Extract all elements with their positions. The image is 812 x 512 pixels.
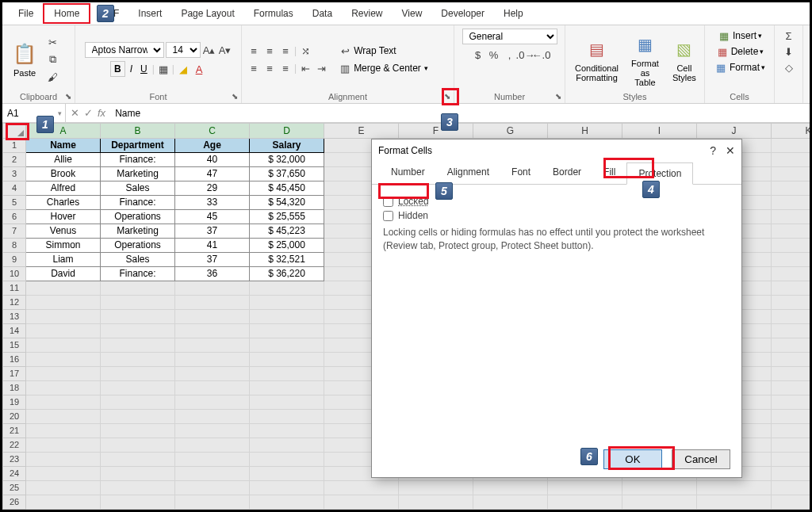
- cell[interactable]: 37: [175, 224, 250, 239]
- cell[interactable]: [772, 367, 810, 381]
- cell[interactable]: $ 32,000: [250, 153, 324, 167]
- number-launcher-icon[interactable]: ⬊: [553, 92, 563, 101]
- cell[interactable]: [175, 338, 250, 353]
- row-header[interactable]: 2: [2, 153, 26, 167]
- row-header[interactable]: 16: [2, 353, 26, 367]
- cell[interactable]: [101, 495, 175, 510]
- cell[interactable]: Marketing: [101, 224, 175, 239]
- decrease-indent-icon[interactable]: ⇤: [298, 61, 312, 75]
- cell[interactable]: [250, 338, 324, 353]
- cell[interactable]: [399, 495, 473, 510]
- cell[interactable]: [250, 495, 324, 510]
- column-header-C[interactable]: C: [175, 123, 250, 139]
- autosum-icon[interactable]: Σ: [782, 29, 796, 43]
- row-header[interactable]: 25: [2, 481, 26, 495]
- row-header[interactable]: 13: [2, 310, 26, 324]
- cell[interactable]: Alfred: [26, 181, 101, 196]
- row-header[interactable]: 21: [2, 424, 26, 438]
- cell[interactable]: [772, 453, 810, 467]
- comma-icon[interactable]: ,: [503, 48, 517, 62]
- increase-decimal-icon[interactable]: .0→: [519, 48, 533, 62]
- underline-button[interactable]: U: [137, 62, 151, 76]
- cell[interactable]: [772, 153, 810, 167]
- cell[interactable]: [101, 410, 175, 424]
- menu-help[interactable]: Help: [494, 5, 533, 22]
- format-painter-icon[interactable]: 🖌: [45, 70, 59, 84]
- cell[interactable]: [772, 310, 810, 324]
- cell[interactable]: [697, 481, 772, 495]
- cell[interactable]: [250, 324, 324, 338]
- cell[interactable]: [250, 353, 324, 367]
- menu-formulas[interactable]: Formulas: [244, 5, 303, 22]
- conditional-formatting-button[interactable]: ▤ Conditional Formatting: [570, 35, 623, 84]
- row-header[interactable]: 11: [2, 281, 26, 296]
- fx-icon[interactable]: fx: [98, 107, 105, 119]
- cut-icon[interactable]: ✂: [45, 35, 59, 49]
- formula-input[interactable]: [110, 108, 810, 119]
- row-header[interactable]: 4: [2, 181, 26, 196]
- cell[interactable]: [548, 481, 622, 495]
- tab-alignment[interactable]: Alignment: [436, 162, 500, 184]
- column-header-F[interactable]: F: [399, 123, 473, 139]
- cell[interactable]: $ 36,220: [250, 267, 324, 281]
- cell[interactable]: [772, 438, 810, 453]
- cell[interactable]: 36: [175, 267, 250, 281]
- cell[interactable]: [175, 381, 250, 395]
- cell[interactable]: [250, 381, 324, 395]
- cell[interactable]: [772, 253, 810, 267]
- cell[interactable]: [101, 367, 175, 381]
- column-headers[interactable]: ABCDEFGHIJKLM: [26, 123, 810, 139]
- cell[interactable]: $ 37,650: [250, 167, 324, 181]
- cell[interactable]: [101, 453, 175, 467]
- cell[interactable]: [175, 453, 250, 467]
- wrap-text-button[interactable]: ↩ Wrap Text: [338, 44, 428, 58]
- clipboard-launcher-icon[interactable]: ⬊: [63, 92, 73, 101]
- cancel-formula-icon[interactable]: ✕: [71, 107, 79, 119]
- cell[interactable]: Finance:: [101, 267, 175, 281]
- row-header[interactable]: 26: [2, 495, 26, 510]
- tab-border[interactable]: Border: [542, 162, 592, 184]
- cell[interactable]: [473, 495, 548, 510]
- cell[interactable]: [175, 438, 250, 453]
- delete-cells-button[interactable]: ▦Delete▾: [715, 44, 764, 59]
- cell[interactable]: Liam: [26, 253, 101, 267]
- merge-center-button[interactable]: ▥ Merge & Center ▾: [338, 61, 428, 75]
- copy-icon[interactable]: ⧉: [45, 52, 59, 67]
- cell[interactable]: [250, 367, 324, 381]
- cell[interactable]: [250, 438, 324, 453]
- cell[interactable]: 47: [175, 167, 250, 181]
- cancel-button[interactable]: Cancel: [672, 449, 730, 469]
- paste-button[interactable]: 📋 Paste: [7, 40, 42, 79]
- row-header[interactable]: 1: [2, 139, 26, 153]
- cell[interactable]: [101, 395, 175, 410]
- cell[interactable]: [473, 481, 548, 495]
- cell[interactable]: [772, 381, 810, 395]
- column-header-K[interactable]: K: [772, 123, 810, 139]
- cell[interactable]: [175, 324, 250, 338]
- menu-view[interactable]: View: [393, 5, 432, 22]
- cell[interactable]: 37: [175, 253, 250, 267]
- cell[interactable]: [101, 338, 175, 353]
- cell[interactable]: Charles: [26, 196, 101, 210]
- cell[interactable]: [26, 367, 101, 381]
- row-header[interactable]: 23: [2, 453, 26, 467]
- cell[interactable]: 41: [175, 239, 250, 253]
- menu-developer[interactable]: Developer: [431, 5, 494, 22]
- cell[interactable]: 33: [175, 196, 250, 210]
- cell[interactable]: [26, 281, 101, 296]
- cell[interactable]: [26, 324, 101, 338]
- cell[interactable]: [772, 410, 810, 424]
- cell[interactable]: Hover: [26, 210, 101, 224]
- cell[interactable]: [26, 410, 101, 424]
- row-header[interactable]: 22: [2, 438, 26, 453]
- row-header[interactable]: 17: [2, 367, 26, 381]
- cell[interactable]: [26, 395, 101, 410]
- cell[interactable]: [250, 410, 324, 424]
- row-header[interactable]: 9: [2, 253, 26, 267]
- cell[interactable]: [772, 395, 810, 410]
- cell[interactable]: [175, 281, 250, 296]
- menu-file[interactable]: File: [9, 5, 43, 22]
- cell[interactable]: Department: [101, 139, 175, 153]
- cell[interactable]: [250, 481, 324, 495]
- column-header-E[interactable]: E: [324, 123, 399, 139]
